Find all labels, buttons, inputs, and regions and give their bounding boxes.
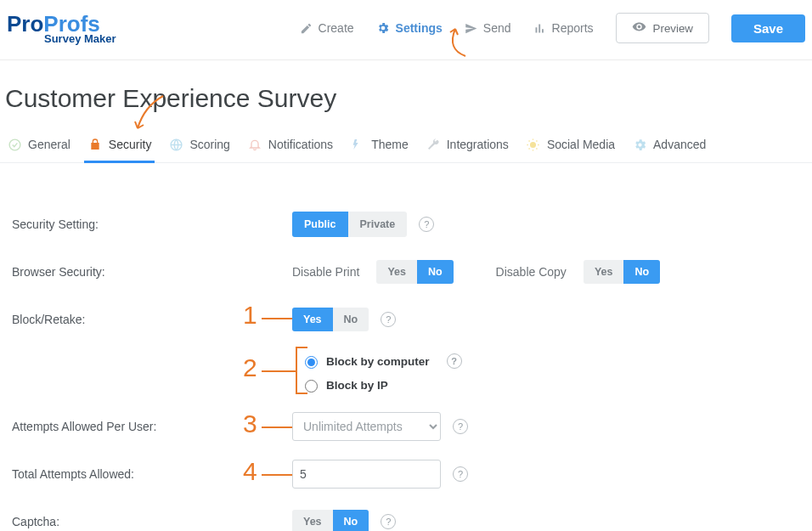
logo-part-1: Pro [7, 11, 43, 37]
security-form: Security Setting: Public Private ? Brows… [0, 163, 812, 531]
disable-print-label: Disable Print [292, 265, 359, 279]
nav-reports[interactable]: Reports [533, 21, 594, 35]
tab-advanced[interactable]: Advanced [630, 128, 708, 162]
svg-point-2 [530, 141, 536, 147]
nav-send[interactable]: Send [465, 21, 511, 35]
attempts-per-user-select[interactable]: Unlimited Attempts [292, 412, 441, 441]
preview-button[interactable]: Preview [616, 13, 709, 43]
help-icon[interactable]: ? [453, 466, 468, 482]
annotation-2-bracket [296, 347, 307, 394]
total-attempts-input[interactable] [292, 460, 441, 489]
nav-create[interactable]: Create [300, 21, 354, 35]
annotation-3-line [262, 426, 292, 428]
preview-label: Preview [653, 22, 693, 35]
disable-print-no[interactable]: No [417, 260, 454, 284]
block-retake-toggle: Yes No [292, 308, 369, 331]
tab-general-label: General [28, 138, 70, 151]
annotation-3: 3 [243, 410, 257, 438]
disable-copy-label: Disable Copy [496, 265, 567, 279]
row-attempts-per-user: Attempts Allowed Per User: Unlimited Att… [12, 403, 807, 450]
logo-subtitle: Survey Maker [44, 33, 116, 44]
captcha-label: Captcha: [12, 515, 292, 528]
security-setting-toggle: Public Private [292, 212, 407, 237]
disable-copy-yes[interactable]: Yes [584, 260, 624, 284]
nav-reports-label: Reports [552, 21, 594, 35]
captcha-toggle: Yes No [292, 510, 369, 531]
cog-icon [632, 137, 647, 152]
row-block-retake: Block/Retake: Yes No ? 1 [12, 296, 807, 343]
help-icon[interactable]: ? [381, 514, 396, 529]
tab-theme[interactable]: Theme [348, 128, 410, 162]
radio-block-ip[interactable]: Block by IP [301, 377, 462, 393]
radio-block-ip-label: Block by IP [326, 379, 388, 392]
disable-print-toggle: Yes No [376, 260, 453, 284]
block-retake-yes[interactable]: Yes [292, 308, 333, 331]
tab-security[interactable]: Security [86, 128, 154, 162]
paper-plane-icon [465, 22, 477, 35]
gear-icon [376, 21, 390, 35]
security-private-button[interactable]: Private [348, 212, 408, 237]
row-security-setting: Security Setting: Public Private ? [12, 201, 807, 248]
help-icon[interactable]: ? [381, 312, 396, 327]
disable-copy-toggle: Yes No [584, 260, 660, 284]
block-method-group: Block by computer ? Block by IP [292, 348, 471, 398]
tab-integrations[interactable]: Integrations [424, 128, 510, 162]
logo-text: ProProfs [7, 13, 116, 35]
annotation-1-line [262, 318, 292, 319]
captcha-yes[interactable]: Yes [292, 510, 333, 531]
radio-block-computer[interactable]: Block by computer ? [301, 353, 462, 369]
wrench-icon [426, 137, 441, 152]
help-icon[interactable]: ? [447, 353, 462, 369]
tab-theme-label: Theme [371, 138, 409, 151]
top-nav: Create Settings Send Reports Preview [300, 13, 805, 43]
check-circle-icon [7, 137, 22, 152]
eye-icon [632, 20, 646, 37]
pencil-icon [300, 22, 313, 35]
tab-scoring-label: Scoring [189, 138, 229, 151]
help-icon[interactable]: ? [419, 217, 434, 232]
header-divider [0, 59, 812, 60]
tab-security-label: Security [109, 138, 152, 151]
save-button[interactable]: Save [731, 14, 805, 42]
page-title: Customer Experience Survey [5, 84, 812, 113]
row-browser-security: Browser Security: Disable Print Yes No D… [12, 248, 807, 296]
theme-icon [350, 137, 365, 152]
sun-icon [526, 137, 541, 152]
tab-social[interactable]: Social Media [524, 128, 617, 162]
row-total-attempts: Total Attempts Allowed: ? 4 [12, 450, 807, 498]
svg-point-0 [9, 139, 20, 150]
annotation-2: 2 [243, 353, 257, 382]
captcha-no[interactable]: No [333, 510, 369, 531]
security-public-button[interactable]: Public [292, 212, 348, 237]
tab-notifications[interactable]: Notifications [245, 128, 335, 162]
nav-settings-label: Settings [396, 21, 443, 35]
nav-settings[interactable]: Settings [376, 21, 443, 35]
logo[interactable]: ProProfs Survey Maker [7, 13, 116, 44]
lock-icon [87, 137, 103, 152]
annotation-2-line [262, 370, 296, 372]
annotation-4-line [262, 474, 292, 476]
annotation-1: 1 [243, 301, 257, 330]
tab-general[interactable]: General [5, 128, 72, 162]
nav-create-label: Create [319, 21, 354, 35]
disable-print-yes[interactable]: Yes [376, 260, 417, 284]
settings-tabs: General Security Scoring Notifications T… [0, 128, 812, 163]
block-retake-no[interactable]: No [333, 308, 369, 331]
nav-send-label: Send [483, 21, 511, 35]
tab-integrations-label: Integrations [447, 138, 509, 151]
radio-block-computer-label: Block by computer [326, 355, 430, 368]
bar-chart-icon [533, 22, 546, 35]
globe-icon [168, 137, 183, 152]
row-captcha: Captcha: Yes No ? [12, 498, 807, 531]
top-bar: ProProfs Survey Maker Create Settings Se… [0, 0, 812, 51]
disable-copy-no[interactable]: No [623, 260, 660, 284]
browser-security-label: Browser Security: [12, 265, 292, 279]
security-setting-label: Security Setting: [12, 217, 292, 231]
tab-notifications-label: Notifications [268, 138, 333, 151]
tab-scoring[interactable]: Scoring [166, 128, 231, 162]
bell-icon [247, 137, 262, 152]
annotation-4: 4 [243, 457, 257, 486]
help-icon[interactable]: ? [453, 419, 468, 434]
row-block-options: Block by computer ? Block by IP 2 [12, 343, 807, 403]
tab-advanced-label: Advanced [653, 138, 706, 151]
